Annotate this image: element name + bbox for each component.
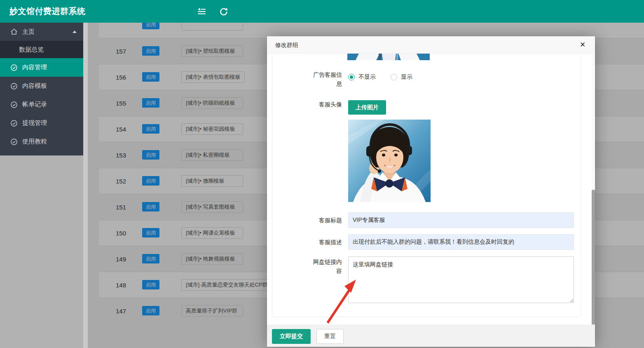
refresh-icon[interactable] <box>218 6 229 17</box>
home-icon <box>10 28 18 36</box>
sidebar-item-label: 内容模板 <box>22 82 47 90</box>
service-title-input[interactable] <box>348 212 574 228</box>
modal-body: 广告客服信息 不显示 显示 客服头像 上传图片 <box>267 54 595 324</box>
collapse-menu-icon[interactable] <box>196 6 207 17</box>
sidebar-item-label: 内容管理 <box>22 63 47 71</box>
ad-service-info-radios: 不显示 显示 <box>348 73 412 81</box>
modal-title: 修改群组 <box>275 36 298 54</box>
service-avatar-label: 客服头像 <box>310 100 342 109</box>
check-circle-icon <box>10 63 18 72</box>
sidebar-item-data-overview[interactable]: 数据总览 <box>0 41 83 58</box>
reset-button[interactable]: 重置 <box>316 329 344 344</box>
modal-scrollbar-thumb[interactable] <box>592 190 595 347</box>
modal-backdrop <box>0 155 83 348</box>
check-circle-icon <box>10 119 18 127</box>
upload-image-button[interactable]: 上传图片 <box>348 100 386 115</box>
sidebar-item-label: 数据总览 <box>19 46 44 54</box>
sidebar-item-withdraw-manage[interactable]: 提现管理 <box>0 114 83 132</box>
radio-not-show[interactable] <box>348 74 355 80</box>
sidebar-item-label: 使用教程 <box>22 138 47 146</box>
service-desc-label: 客服描述 <box>310 237 342 247</box>
app-title: 妙文馆付费进群系统 <box>9 0 86 23</box>
close-icon[interactable]: ✕ <box>578 40 588 50</box>
radio-show[interactable] <box>391 74 397 80</box>
sidebar-item-label: 提现管理 <box>22 119 47 127</box>
sidebar: 主页 数据总览 内容管理 内容模板 帐单记录 <box>0 23 83 155</box>
check-circle-icon <box>10 101 18 109</box>
netdisk-link-label: 网盘链接内容 <box>310 257 342 275</box>
service-title-label: 客服标题 <box>310 216 342 225</box>
netdisk-link-textarea[interactable]: 这里填网盘链接 <box>348 256 574 303</box>
sidebar-item-bill-records[interactable]: 帐单记录 <box>0 95 83 114</box>
modal-scrollbar-track <box>592 54 595 347</box>
sidebar-item-label: 帐单记录 <box>22 101 47 108</box>
ad-service-info-label: 广告客服信息 <box>310 70 342 88</box>
edit-group-modal: 修改群组 ✕ 广告客服信息 不显示 显示 客服头像 上传图片 <box>267 36 595 347</box>
check-circle-icon <box>10 82 18 90</box>
sidebar-item-content-manage[interactable]: 内容管理 <box>0 58 83 77</box>
radio-label: 显示 <box>401 73 412 81</box>
content-scrollbar-track[interactable] <box>83 23 88 348</box>
check-circle-icon <box>10 138 18 146</box>
modal-footer: 立即提交 重置 <box>267 324 595 347</box>
modal-header: 修改群组 ✕ <box>267 36 595 54</box>
sidebar-item-content-template[interactable]: 内容模板 <box>0 77 83 95</box>
group-avatar-photo-bottom <box>347 54 430 60</box>
submit-button[interactable]: 立即提交 <box>272 329 311 344</box>
customer-service-photo <box>348 120 431 202</box>
sidebar-item-tutorial[interactable]: 使用教程 <box>0 132 83 151</box>
radio-label: 不显示 <box>358 73 376 81</box>
service-desc-input[interactable] <box>348 234 574 250</box>
sidebar-item-home[interactable]: 主页 <box>0 23 83 41</box>
chevron-up-icon <box>73 31 77 33</box>
app-header: 妙文馆付费进群系统 <box>0 0 644 23</box>
sidebar-item-label: 主页 <box>22 28 35 36</box>
